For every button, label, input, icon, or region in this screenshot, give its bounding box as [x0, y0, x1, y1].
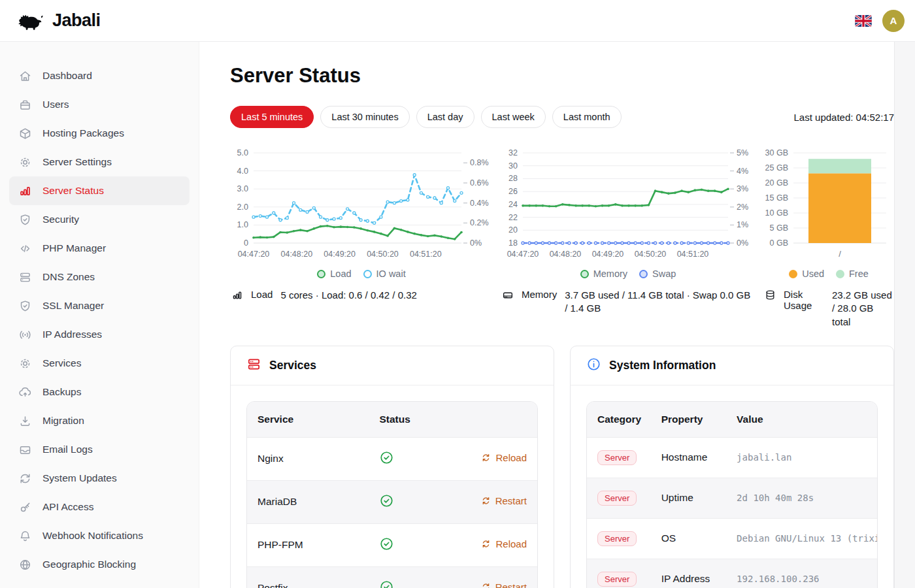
- range-button-last-month[interactable]: Last month: [552, 106, 622, 128]
- svg-text:04:51:20: 04:51:20: [677, 250, 709, 259]
- check-circle-icon: [379, 456, 394, 467]
- svg-text:30 GB: 30 GB: [765, 148, 788, 157]
- reload-button[interactable]: Reload: [481, 452, 527, 463]
- disk-chart-legend: UsedFree: [763, 267, 894, 281]
- svg-text:0%: 0%: [470, 238, 482, 248]
- server-stack-icon: [246, 357, 261, 374]
- column-header-service: Service: [247, 402, 369, 438]
- svg-text:10 GB: 10 GB: [765, 208, 788, 218]
- restart-button[interactable]: Restart: [481, 495, 527, 506]
- svg-text:4%: 4%: [737, 167, 748, 176]
- table-row: MariaDB Restart: [247, 480, 537, 523]
- boar-logo-icon: [16, 10, 46, 32]
- svg-text:3%: 3%: [737, 184, 748, 193]
- memory-chart-legend: MemorySwap: [501, 267, 756, 281]
- scrollbar-track[interactable]: [894, 42, 915, 588]
- check-circle-icon: [379, 585, 394, 588]
- svg-text:15 GB: 15 GB: [765, 193, 788, 203]
- home-icon: [18, 69, 32, 83]
- table-row: Postfix Restart: [247, 566, 537, 588]
- bell-icon: [18, 529, 32, 543]
- sidebar-item-webhook-notifications[interactable]: Webhook Notifications: [9, 521, 190, 550]
- sidebar-item-ip-addresses[interactable]: IP Addresses: [9, 320, 190, 349]
- sidebar-item-security[interactable]: Security: [9, 205, 190, 234]
- bar-chart-icon: [231, 289, 243, 303]
- svg-text:0 GB: 0 GB: [770, 238, 789, 248]
- charts-row: 01.02.03.04.05.00%0.2%0.4%0.6%0.8%04:47:…: [230, 146, 894, 329]
- svg-text:32: 32: [508, 148, 518, 157]
- sidebar-item-migration[interactable]: Migration: [9, 406, 190, 435]
- brand[interactable]: Jabali: [16, 10, 101, 32]
- system-information-card-header: System Information: [571, 346, 893, 385]
- restart-button[interactable]: Restart: [481, 581, 527, 588]
- table-row: PHP-FPM Reload: [247, 523, 537, 566]
- disk-chart-footer: Disk Usage 23.2 GB used / 28.0 GB total: [763, 289, 894, 329]
- svg-text:5 GB: 5 GB: [770, 223, 789, 233]
- memory-chart-block: 18202224262830320%1%2%3%4%5%04:47:2004:4…: [501, 146, 756, 329]
- sidebar-item-api-access[interactable]: API Access: [9, 493, 190, 521]
- main-content: Server Status Last 5 minutes Last 30 min…: [199, 42, 894, 588]
- load-chart-block: 01.02.03.04.05.00%0.2%0.4%0.6%0.8%04:47:…: [230, 146, 493, 329]
- svg-text:1%: 1%: [737, 220, 748, 229]
- table-row: Nginx Reload: [247, 437, 537, 480]
- svg-text:0.2%: 0.2%: [470, 218, 489, 227]
- svg-text:0.8%: 0.8%: [470, 158, 489, 167]
- svg-text:20 GB: 20 GB: [765, 178, 788, 188]
- category-badge: Server: [597, 572, 637, 587]
- disk-chart: 0 GB5 GB10 GB15 GB20 GB25 GB30 GB/: [763, 146, 894, 263]
- last-updated-text: Last updated: 04:52:17: [794, 112, 894, 123]
- column-header-value: Value: [726, 402, 877, 438]
- svg-text:0.4%: 0.4%: [470, 199, 489, 208]
- disk-chart-block: 0 GB5 GB10 GB15 GB20 GB25 GB30 GB/ UsedF…: [763, 146, 894, 329]
- svg-text:2%: 2%: [737, 203, 748, 212]
- refresh-icon: [18, 472, 32, 485]
- sidebar-item-backups[interactable]: Backups: [9, 378, 190, 406]
- memory-chart-footer: Memory 3.7 GB used / 11.4 GB total · Swa…: [501, 289, 756, 316]
- sidebar-item-email-logs[interactable]: Email Logs: [9, 435, 190, 464]
- sidebar-item-hosting-packages[interactable]: Hosting Packages: [9, 119, 190, 148]
- sidebar-item-geographic-blocking[interactable]: Geographic Blocking: [9, 550, 190, 579]
- load-chart-legend: LoadIO wait: [230, 267, 493, 281]
- cloud-upload-icon: [18, 385, 32, 399]
- svg-text:0%: 0%: [737, 238, 748, 248]
- code-icon: [18, 242, 32, 255]
- sidebar-item-dns-zones[interactable]: DNS Zones: [9, 263, 190, 291]
- sidebar-item-system-updates[interactable]: System Updates: [9, 464, 190, 493]
- svg-text:04:47:20: 04:47:20: [238, 250, 270, 259]
- sidebar-item-server-status[interactable]: Server Status: [9, 176, 190, 205]
- svg-text:30: 30: [508, 161, 518, 171]
- key-icon: [18, 500, 32, 514]
- package-icon: [18, 127, 32, 140]
- page-title: Server Status: [230, 64, 894, 88]
- category-badge: Server: [597, 491, 637, 506]
- users-icon: [18, 98, 32, 112]
- category-badge: Server: [597, 450, 637, 465]
- svg-text:24: 24: [508, 200, 518, 209]
- reload-button[interactable]: Reload: [481, 538, 527, 549]
- range-button-last-30-minutes[interactable]: Last 30 minutes: [320, 106, 409, 128]
- globe-icon: [18, 558, 32, 572]
- svg-text:18: 18: [508, 238, 518, 248]
- language-flag-icon[interactable]: [855, 15, 872, 27]
- sidebar-item-users[interactable]: Users: [9, 90, 190, 119]
- svg-text:1.0: 1.0: [237, 220, 248, 229]
- column-header-property: Property: [651, 402, 726, 438]
- avatar[interactable]: A: [882, 10, 905, 32]
- sidebar-item-services[interactable]: Services: [9, 349, 190, 378]
- sidebar-item-php-manager[interactable]: PHP Manager: [9, 234, 190, 263]
- info-circle-icon: [586, 357, 601, 374]
- svg-text:20: 20: [508, 225, 518, 235]
- table-row: Server Hostname jabali.lan: [587, 437, 877, 478]
- range-button-last-week[interactable]: Last week: [481, 106, 546, 128]
- svg-text:28: 28: [508, 174, 518, 183]
- range-button-last-day[interactable]: Last day: [416, 106, 474, 128]
- system-information-card: System Information Category Property Val…: [570, 346, 894, 588]
- sidebar-item-ssl-manager[interactable]: SSL Manager: [9, 291, 190, 320]
- range-button-last-5-minutes[interactable]: Last 5 minutes: [230, 106, 314, 128]
- svg-text:04:48:20: 04:48:20: [550, 250, 582, 259]
- table-row: Server OS Debian GNU/Linux 13 (trixi: [587, 518, 877, 559]
- services-card-header: Services: [231, 346, 554, 385]
- sidebar: Dashboard Users Hosting Packages Server …: [0, 42, 199, 588]
- sidebar-item-server-settings[interactable]: Server Settings: [9, 148, 190, 176]
- sidebar-item-dashboard[interactable]: Dashboard: [9, 61, 190, 90]
